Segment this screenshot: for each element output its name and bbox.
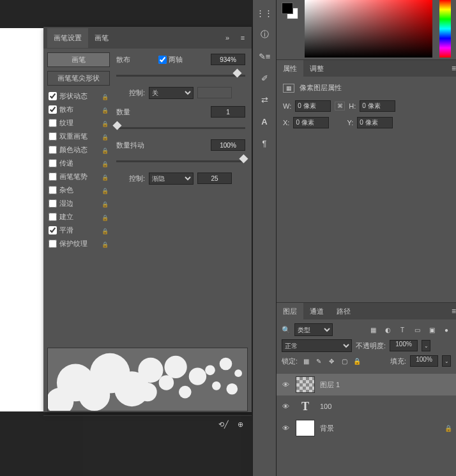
- visibility-toggle[interactable]: 👁: [280, 381, 291, 388]
- lock-position-icon[interactable]: ✥: [327, 357, 336, 365]
- brush-option-checkbox[interactable]: [49, 199, 57, 208]
- brush-option-checkbox[interactable]: [49, 226, 57, 234]
- brushes-icon[interactable]: ✐: [258, 72, 271, 84]
- grip-icon[interactable]: ⋮⋮: [258, 6, 271, 19]
- lock-artboard-icon[interactable]: ▢: [340, 357, 349, 365]
- brush-option-9[interactable]: 建立: [47, 210, 110, 224]
- count-slider[interactable]: [116, 124, 245, 133]
- filter-shape-icon[interactable]: ▭: [413, 325, 422, 334]
- control1-select[interactable]: 关: [149, 87, 194, 99]
- lock-icon[interactable]: [102, 93, 109, 100]
- lock-icon[interactable]: [102, 240, 109, 248]
- layer-item-2[interactable]: 👁背景🔒: [277, 417, 456, 439]
- brush-option-checkbox[interactable]: [49, 146, 57, 154]
- count-input[interactable]: [211, 106, 245, 118]
- tab-brush-settings[interactable]: 画笔设置: [47, 28, 88, 48]
- props-menu-icon[interactable]: ≡: [452, 64, 456, 73]
- tab-properties[interactable]: 属性: [277, 60, 303, 77]
- filter-pixel-icon[interactable]: ▦: [369, 325, 377, 334]
- both-axes-checkbox[interactable]: 两轴: [158, 55, 183, 65]
- layer-item-0[interactable]: 👁图层 1: [277, 374, 456, 395]
- layer-name[interactable]: 背景: [320, 424, 334, 433]
- filter-adjust-icon[interactable]: ◐: [383, 325, 392, 334]
- layer-thumbnail[interactable]: [296, 376, 315, 393]
- brush-option-checkbox[interactable]: [49, 92, 57, 100]
- brush-option-2[interactable]: 纹理: [47, 116, 110, 130]
- character-icon[interactable]: A: [258, 115, 271, 128]
- width-input[interactable]: [295, 100, 331, 112]
- new-preset-icon[interactable]: ⊕: [235, 420, 245, 430]
- brush-option-checkbox[interactable]: [49, 240, 57, 248]
- brush-option-checkbox[interactable]: [49, 119, 57, 127]
- height-input[interactable]: [360, 100, 395, 112]
- brush-option-4[interactable]: 颜色动态: [47, 143, 110, 157]
- brush-tip-shape[interactable]: 画笔笔尖形状: [47, 71, 110, 86]
- lock-icon[interactable]: [102, 160, 109, 167]
- lock-icon[interactable]: [102, 187, 109, 194]
- lock-icon[interactable]: [102, 146, 109, 154]
- blend-mode-select[interactable]: 正常: [282, 339, 352, 352]
- paragraph-icon[interactable]: ¶: [258, 137, 271, 150]
- lock-icon[interactable]: [102, 213, 109, 221]
- lock-all-icon[interactable]: 🔒: [353, 357, 361, 365]
- lock-icon[interactable]: [102, 133, 109, 141]
- control2-select[interactable]: 渐隐: [149, 173, 194, 185]
- filter-smart-icon[interactable]: ▣: [427, 325, 436, 334]
- brush-option-7[interactable]: 杂色: [47, 183, 110, 197]
- layer-lock-icon[interactable]: 🔒: [445, 425, 452, 432]
- brush-option-checkbox[interactable]: [49, 105, 57, 114]
- x-input[interactable]: [293, 117, 329, 128]
- count-jitter-input[interactable]: [211, 139, 245, 151]
- swap-icon[interactable]: ⇄: [258, 93, 271, 106]
- count-jitter-slider[interactable]: [116, 157, 245, 166]
- lock-icon[interactable]: [102, 173, 109, 181]
- brush-option-checkbox[interactable]: [49, 159, 57, 167]
- lock-icon[interactable]: [102, 106, 109, 114]
- layer-name[interactable]: 图层 1: [320, 380, 340, 390]
- info-icon[interactable]: ⓘ: [258, 28, 271, 41]
- brush-settings-icon[interactable]: ✎≡: [258, 50, 271, 63]
- scatter-value-input[interactable]: [211, 54, 245, 65]
- lock-image-icon[interactable]: ✎: [314, 357, 323, 365]
- visibility-toggle[interactable]: 👁: [280, 424, 291, 432]
- lock-transparent-icon[interactable]: ▦: [301, 357, 310, 365]
- visibility-toggle[interactable]: 👁: [280, 403, 291, 410]
- scatter-slider[interactable]: [116, 72, 245, 81]
- tab-layers[interactable]: 图层: [277, 303, 303, 320]
- filter-toggle-icon[interactable]: ●: [442, 325, 451, 334]
- layer-name[interactable]: 100: [320, 403, 331, 410]
- panel-menu-icon[interactable]: ≡: [238, 33, 248, 43]
- brush-option-checkbox[interactable]: [49, 173, 57, 181]
- hue-slider[interactable]: [439, 0, 451, 58]
- opacity-dropdown-icon[interactable]: ⌄: [422, 340, 430, 351]
- brush-presets-button[interactable]: 画笔: [47, 52, 110, 67]
- brush-option-3[interactable]: 双重画笔: [47, 130, 110, 143]
- brush-option-8[interactable]: 湿边: [47, 197, 110, 210]
- lock-icon[interactable]: [102, 227, 109, 234]
- layers-menu-icon[interactable]: ≡: [452, 307, 456, 316]
- layer-item-1[interactable]: 👁T100: [277, 395, 456, 417]
- link-wh-icon[interactable]: ⌘: [335, 102, 345, 111]
- fill-dropdown-icon[interactable]: ⌄: [442, 355, 451, 367]
- brush-option-0[interactable]: 形状动态: [47, 89, 110, 103]
- brush-option-checkbox[interactable]: [49, 213, 57, 221]
- brush-option-checkbox[interactable]: [49, 132, 57, 141]
- toggle-preview-icon[interactable]: ⟲╱: [218, 420, 229, 430]
- tab-channels[interactable]: 通道: [303, 303, 330, 320]
- y-input[interactable]: [357, 117, 393, 128]
- lock-icon[interactable]: [102, 119, 109, 127]
- tab-brush[interactable]: 画笔: [88, 28, 115, 48]
- brush-option-11[interactable]: 保护纹理: [47, 237, 110, 250]
- opacity-value[interactable]: 100%: [390, 340, 418, 351]
- filter-kind-select[interactable]: 类型: [294, 323, 333, 336]
- brush-option-6[interactable]: 画笔笔势: [47, 170, 110, 183]
- tab-paths[interactable]: 路径: [330, 303, 357, 320]
- fill-value[interactable]: 100%: [410, 355, 438, 367]
- tab-adjustments[interactable]: 调整: [303, 60, 330, 77]
- layer-thumbnail[interactable]: [296, 420, 315, 436]
- collapse-icon[interactable]: »: [222, 33, 232, 43]
- filter-type-icon[interactable]: T: [398, 325, 407, 334]
- control2-num-input[interactable]: [197, 173, 232, 184]
- brush-option-10[interactable]: 平滑: [47, 224, 110, 237]
- brush-option-1[interactable]: 散布: [47, 103, 110, 116]
